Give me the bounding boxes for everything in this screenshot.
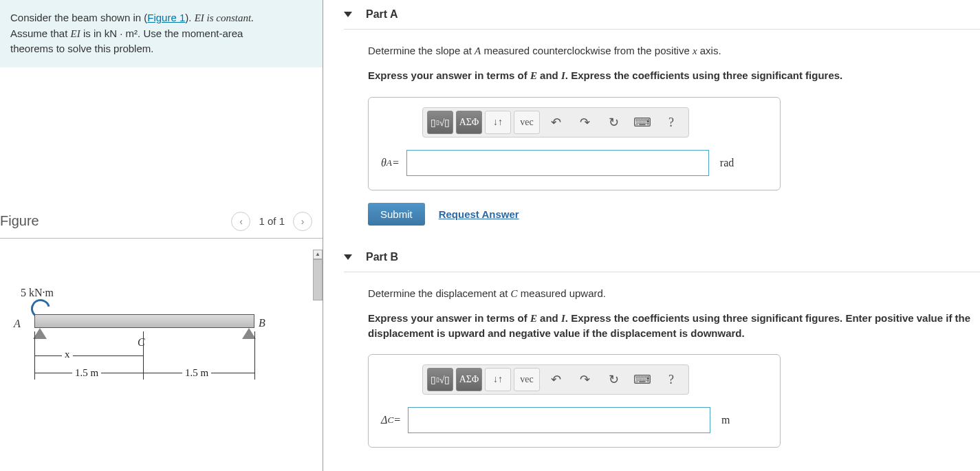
point-c-label: C — [138, 336, 145, 349]
vec-button[interactable]: vec — [514, 368, 540, 391]
span-right-label: 1.5 m — [182, 367, 211, 379]
part-b-answer-input[interactable] — [408, 407, 710, 433]
part-a-answer-input[interactable] — [406, 150, 709, 176]
x-axis-label: x — [62, 349, 73, 360]
part-b-format: Express your answer in terms of E and I.… — [368, 311, 980, 340]
vec-button[interactable]: vec — [514, 111, 540, 134]
part-a-instruction: Determine the slope at A measured counte… — [368, 43, 980, 58]
part-a-unit: rad — [720, 157, 734, 169]
part-a-submit-button[interactable]: Submit — [368, 203, 425, 226]
equation-toolbar: ▯▯√▯ ΑΣΦ ↓↑ vec ↶ ↷ ↻ ⌨ ? — [422, 107, 689, 138]
figure-panel: Figure ‹ 1 of 1 › ▲ 5 kN·m A B C x — [0, 205, 323, 438]
support-b-icon — [242, 328, 256, 339]
part-b: Part B Determine the displacement at C m… — [344, 243, 980, 448]
subsup-button[interactable]: ↓↑ — [485, 368, 511, 391]
part-a-title: Part A — [366, 8, 398, 21]
figure-counter: 1 of 1 — [259, 215, 285, 227]
span-left-label: 1.5 m — [72, 367, 101, 379]
scroll-thumb[interactable] — [313, 259, 323, 300]
keyboard-button[interactable]: ⌨ — [629, 368, 655, 391]
equation-toolbar-b: ▯▯√▯ ΑΣΦ ↓↑ vec ↶ ↷ ↻ ⌨ ? — [422, 364, 689, 395]
scroll-up-button[interactable]: ▲ — [313, 250, 323, 259]
part-a-collapse-icon[interactable] — [344, 12, 352, 17]
beam-figure: 5 kN·m A B C x 1.5 m 1.5 m — [14, 287, 261, 424]
figure-prev-button[interactable]: ‹ — [231, 212, 250, 231]
reset-button[interactable]: ↻ — [600, 368, 627, 391]
figure-title: Figure — [0, 213, 231, 229]
problem-text: Consider the beam shown in ( — [10, 12, 147, 23]
undo-button[interactable]: ↶ — [543, 111, 569, 134]
part-a-request-answer-link[interactable]: Request Answer — [439, 208, 519, 220]
part-b-answer-frame: ▯▯√▯ ΑΣΦ ↓↑ vec ↶ ↷ ↻ ⌨ ? — [368, 354, 781, 448]
part-a-answer-frame: ▯▯√▯ ΑΣΦ ↓↑ vec ↶ ↷ ↻ ⌨ ? — [368, 97, 781, 190]
subsup-button[interactable]: ↓↑ — [485, 111, 511, 134]
part-a: Part A Determine the slope at A measured… — [344, 0, 980, 226]
template-button[interactable]: ▯▯√▯ — [427, 111, 453, 134]
redo-button[interactable]: ↷ — [571, 368, 598, 391]
greek-button[interactable]: ΑΣΦ — [456, 111, 482, 134]
beam-body — [34, 314, 254, 328]
greek-button[interactable]: ΑΣΦ — [456, 368, 482, 391]
part-b-collapse-icon[interactable] — [344, 254, 352, 260]
figure-content: ▲ 5 kN·m A B C x 1.5 m 1.5 m — [0, 259, 323, 438]
part-b-title: Part B — [366, 251, 398, 263]
reset-button[interactable]: ↻ — [600, 111, 627, 134]
help-button[interactable]: ? — [658, 368, 684, 391]
part-b-unit: m — [721, 414, 730, 426]
template-button[interactable]: ▯▯√▯ — [427, 368, 453, 391]
figure-next-button[interactable]: › — [293, 212, 312, 231]
point-a-label: A — [14, 318, 21, 330]
undo-button[interactable]: ↶ — [543, 368, 569, 391]
part-b-instruction: Determine the displacement at C measured… — [368, 286, 980, 301]
part-a-variable-label: θA = — [381, 157, 400, 169]
figure-link[interactable]: Figure 1 — [147, 12, 185, 23]
problem-statement: Consider the beam shown in (Figure 1). E… — [0, 0, 323, 67]
support-a-icon — [33, 328, 47, 339]
point-b-label: B — [259, 317, 265, 329]
part-a-format: Express your answer in terms of E and I.… — [368, 68, 980, 83]
moment-load-label: 5 kN·m — [21, 287, 54, 299]
part-b-variable-label: ΔC = — [381, 414, 401, 426]
help-button[interactable]: ? — [658, 111, 684, 134]
keyboard-button[interactable]: ⌨ — [629, 111, 655, 134]
redo-button[interactable]: ↷ — [571, 111, 598, 134]
